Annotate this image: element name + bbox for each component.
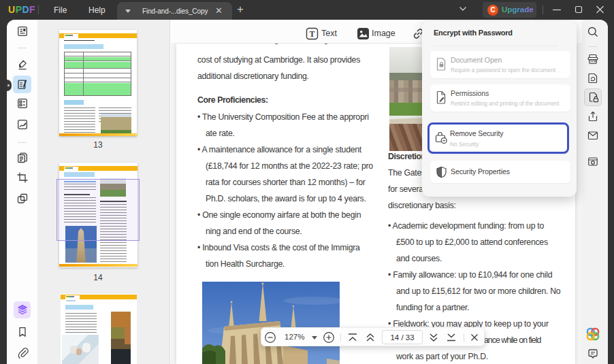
svg-text:OCR: OCR [590, 60, 596, 63]
svg-text:T: T [309, 29, 314, 39]
